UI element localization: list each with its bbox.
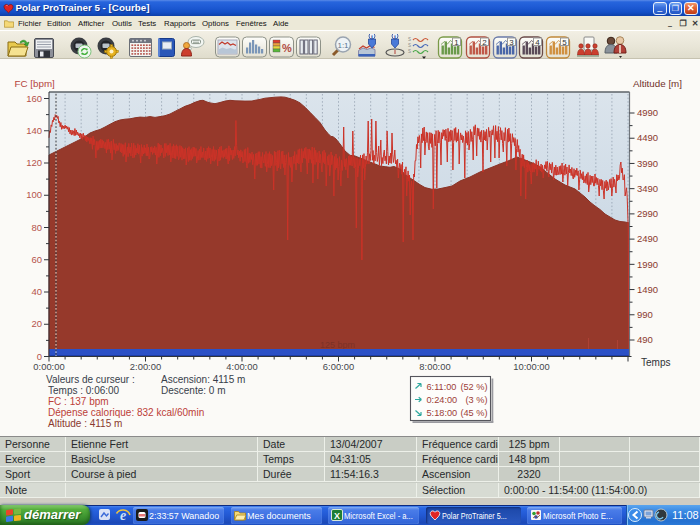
svg-text:X: X [334,511,340,521]
svg-text:5: 5 [562,37,567,46]
svg-text:140: 140 [26,125,42,136]
svg-text:80: 80 [31,222,42,233]
svg-text:990: 990 [637,309,653,320]
svg-text:0:24:00: 0:24:00 [427,395,458,405]
svg-text:Descente: 0 m: Descente: 0 m [161,385,225,396]
svg-text:i: i [371,34,373,40]
svg-text:4490: 4490 [637,132,658,143]
svg-text:(45 %): (45 %) [460,408,487,418]
svg-text:6:00:00: 6:00:00 [323,361,354,372]
svg-text:1:1: 1:1 [337,40,349,49]
svg-text:Altitude : 4115 m: Altitude : 4115 m [48,418,122,429]
svg-text:2: 2 [482,37,487,46]
svg-text:490: 490 [637,334,653,345]
svg-text:i: i [394,34,396,40]
svg-text:6:11:00: 6:11:00 [427,382,457,392]
svg-text:4:00:00: 4:00:00 [226,361,257,372]
svg-text:100: 100 [26,189,42,200]
svg-text:4: 4 [535,37,540,46]
svg-text:160: 160 [26,93,42,104]
svg-text:125 bpm: 125 bpm [320,340,355,350]
svg-text:S: S [408,37,411,42]
svg-text:1490: 1490 [637,284,658,295]
svg-text:Temps : 0:06:00: Temps : 0:06:00 [48,385,120,396]
svg-text:120: 120 [26,157,42,168]
svg-text:3490: 3490 [637,183,658,194]
svg-text:1: 1 [454,37,459,46]
svg-text:(3 %): (3 %) [466,395,488,405]
svg-text:1990: 1990 [637,259,658,270]
svg-text:4990: 4990 [637,107,658,118]
svg-text:S: S [408,43,411,48]
svg-text:40: 40 [31,286,42,297]
svg-text:20: 20 [31,318,42,329]
svg-text:Valeurs de curseur :: Valeurs de curseur : [46,374,135,385]
svg-text:(52 %): (52 %) [460,382,487,392]
svg-text:2990: 2990 [637,208,658,219]
svg-text:2490: 2490 [637,233,658,244]
svg-text:3: 3 [509,37,514,46]
svg-text:2:00:00: 2:00:00 [130,361,161,372]
svg-text:5:18:00: 5:18:00 [427,408,458,418]
svg-text:FC : 137 bpm: FC : 137 bpm [48,396,109,407]
svg-text:Dépense calorique: 832 kcal/60: Dépense calorique: 832 kcal/60min [48,407,204,418]
svg-text:S: S [408,49,411,54]
svg-text:8:00:00: 8:00:00 [419,361,450,372]
svg-text:Ascension: 4115 m: Ascension: 4115 m [161,374,245,385]
svg-text:%: % [282,41,292,53]
svg-text:10:00:00: 10:00:00 [513,361,550,372]
svg-text:60: 60 [31,254,42,265]
svg-text:3990: 3990 [637,158,658,169]
svg-text:Temps: Temps [641,357,670,368]
svg-text:0:00:00: 0:00:00 [33,361,64,372]
